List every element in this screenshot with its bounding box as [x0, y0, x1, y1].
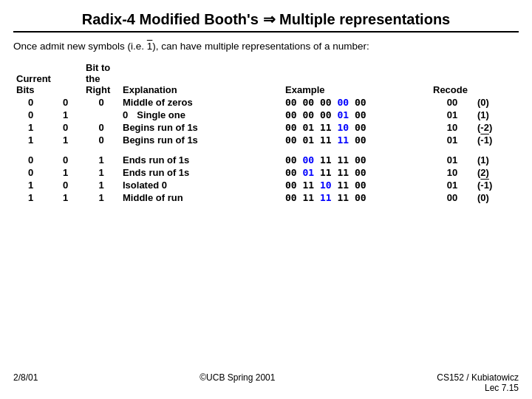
- cell-recode2: (-1): [474, 179, 519, 191]
- cell-right: 1: [83, 179, 120, 191]
- cell-right: 0: [83, 96, 120, 109]
- footer-center: ©UCB Spring 2001: [200, 372, 275, 393]
- cell-example: 00 01 11 11 00: [282, 166, 430, 179]
- cell-recode: 01: [430, 134, 474, 146]
- cell-example: 00 01 11 11 00: [282, 134, 430, 146]
- footer-right-line2: Lec 7.15: [437, 383, 519, 393]
- intro-after: ), can have multiple representations of …: [152, 41, 369, 52]
- table-row: 110Begins run of 1s00 01 11 11 0001(-1): [13, 134, 519, 146]
- cell-bit0: 0: [13, 96, 48, 109]
- cell-explanation: Middle of zeros: [120, 96, 282, 109]
- cell-recode: 00: [430, 96, 474, 109]
- header-example: Example: [282, 61, 430, 96]
- cell-recode2: (-1): [474, 134, 519, 146]
- cell-bit1: 1: [48, 166, 83, 179]
- cell-bit0: 0: [13, 109, 48, 121]
- main-table: Current Bits Bit to the Right Explanatio…: [13, 61, 519, 204]
- intro-text: Once admit new symbols (i.e. 1), can hav…: [13, 40, 519, 54]
- cell-recode2: (-2): [474, 121, 519, 134]
- cell-bit1: 0: [48, 179, 83, 191]
- cell-bit0: 0: [13, 154, 48, 166]
- cell-example: 00 00 00 01 00: [282, 109, 430, 121]
- cell-recode2: (0): [474, 191, 519, 204]
- table-row: 111Middle of run00 11 11 11 0000(0): [13, 191, 519, 204]
- cell-example: 00 01 11 10 00: [282, 121, 430, 134]
- cell-recode2: (0): [474, 96, 519, 109]
- page-title: Radix-4 Modified Booth's ⇒ Multiple repr…: [13, 10, 519, 28]
- cell-recode: 01: [430, 179, 474, 191]
- cell-right: [83, 109, 120, 121]
- cell-bit1: 0: [48, 96, 83, 109]
- cell-recode2: (1): [474, 109, 519, 121]
- cell-bit1: 1: [48, 134, 83, 146]
- table-row: 000Middle of zeros00 00 00 00 0000(0): [13, 96, 519, 109]
- header-explanation: Explanation: [120, 61, 282, 96]
- cell-explanation: Begins run of 1s: [120, 134, 282, 146]
- cell-right: 1: [83, 154, 120, 166]
- footer-right: CS152 / Kubiatowicz Lec 7.15: [437, 372, 519, 393]
- cell-explanation: 0Single one: [120, 109, 282, 121]
- cell-right: 1: [83, 191, 120, 204]
- cell-bit0: 1: [13, 134, 48, 146]
- cell-bit0: 0: [13, 166, 48, 179]
- cell-example: 00 11 11 11 00: [282, 191, 430, 204]
- cell-example: 00 00 11 11 00: [282, 154, 430, 166]
- cell-recode: 01: [430, 154, 474, 166]
- cell-example: 00 11 10 11 00: [282, 179, 430, 191]
- cell-explanation: Isolated 0: [120, 179, 282, 191]
- cell-recode: 10: [430, 121, 474, 134]
- cell-bit0: 1: [13, 191, 48, 204]
- intro-before: Once admit new symbols (i.e.: [13, 41, 147, 52]
- cell-recode: 10: [430, 166, 474, 179]
- cell-bit1: 0: [48, 121, 83, 134]
- spacer-row: [13, 146, 519, 154]
- cell-explanation: Ends run of 1s: [120, 166, 282, 179]
- cell-recode2: (1): [474, 154, 519, 166]
- cell-explanation: Ends run of 1s: [120, 154, 282, 166]
- header-recode: Recode: [430, 61, 474, 96]
- table-row: 001Ends run of 1s00 00 11 11 0001(1): [13, 154, 519, 166]
- footer: 2/8/01 ©UCB Spring 2001 CS152 / Kubiatow…: [13, 372, 519, 393]
- cell-bit1: 1: [48, 109, 83, 121]
- table-row: 101Isolated 000 11 10 11 0001(-1): [13, 179, 519, 191]
- footer-left: 2/8/01: [13, 372, 38, 393]
- title-text1: Radix-4 Modified Booth's: [82, 11, 259, 27]
- cell-right: 0: [83, 134, 120, 146]
- cell-recode: 01: [430, 109, 474, 121]
- cell-bit1: 0: [48, 154, 83, 166]
- cell-explanation: Middle of run: [120, 191, 282, 204]
- page: Radix-4 Modified Booth's ⇒ Multiple repr…: [0, 0, 532, 399]
- header-bit-right: Bit to the Right: [83, 61, 120, 96]
- cell-right: 1: [83, 166, 120, 179]
- cell-example: 00 00 00 00 00: [282, 96, 430, 109]
- table-row: 010Single one00 00 00 01 0001(1): [13, 109, 519, 121]
- cell-bit0: 1: [13, 121, 48, 134]
- header-current-bits: Current Bits: [13, 61, 83, 96]
- cell-right: 0: [83, 121, 120, 134]
- cell-bit1: 1: [48, 191, 83, 204]
- title-text2: Multiple representations: [279, 11, 450, 27]
- title-arrow: ⇒: [263, 11, 280, 27]
- cell-recode2: (2): [474, 166, 519, 179]
- cell-bit0: 1: [13, 179, 48, 191]
- cell-recode: 00: [430, 191, 474, 204]
- cell-explanation: Begins run of 1s: [120, 121, 282, 134]
- title-section: Radix-4 Modified Booth's ⇒ Multiple repr…: [13, 10, 519, 33]
- table-header-row: Current Bits Bit to the Right Explanatio…: [13, 61, 519, 96]
- footer-right-line1: CS152 / Kubiatowicz: [437, 372, 519, 383]
- header-recode2: [474, 61, 519, 96]
- table-row: 011Ends run of 1s00 01 11 11 0010(2): [13, 166, 519, 179]
- table-row: 100Begins run of 1s00 01 11 10 0010(-2): [13, 121, 519, 134]
